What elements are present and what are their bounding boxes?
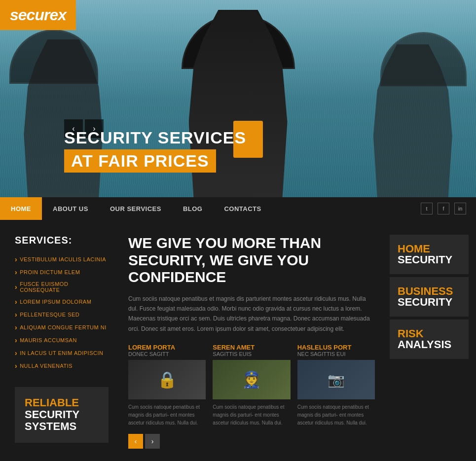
card-business-title2: SECURITY — [398, 297, 461, 308]
right-card-risk-analysis[interactable]: RISK ANALYSIS — [390, 319, 469, 359]
service-1-header: LOREM PORTA DONEC SAGITT — [128, 344, 206, 357]
left-sidebar: SERVICES: VESTIBULUM IACULIS LACINIA PRO… — [0, 235, 118, 449]
sidebar-item-3[interactable]: FUSCE EUISMOD CONSEQUATE — [15, 279, 109, 295]
sidebar-item-4[interactable]: LOREM IPSUM DOLORAM — [15, 295, 109, 308]
service-card-2: SEREN AMET SAGITTIS EUIS 👮 Cum sociis na… — [213, 344, 290, 427]
card-risk-title1: RISK — [398, 328, 461, 339]
service-3-text: Cum sociis natoque penatibus et magnis d… — [297, 403, 375, 427]
guard-icon: 👮 — [242, 370, 261, 389]
center-content: WE GIVE YOU MORE THAN SECURITY, WE GIVE … — [118, 235, 385, 449]
figure-right — [373, 44, 452, 197]
navigation: HOME ABOUT US OUR SERVICES BLOG CONTACTS… — [0, 197, 476, 220]
sidebar-promo: RELIABLE SECURITY SYSTEMS — [15, 387, 109, 443]
main-heading: WE GIVE YOU MORE THAN SECURITY, WE GIVE … — [128, 235, 375, 286]
service-3-image: 📷 — [297, 360, 375, 399]
twitter-icon[interactable]: t — [421, 203, 433, 214]
nav-item-about[interactable]: ABOUT US — [42, 197, 99, 220]
right-card-business-security[interactable]: BUSINESS SECURITY — [390, 277, 469, 317]
nav-item-blog[interactable]: BLOG — [172, 197, 214, 220]
lock-icon: 🔒 — [157, 370, 177, 389]
service-3-subtitle: NEC SAGITTIS EUI — [297, 351, 375, 357]
nav-item-home[interactable]: HOME — [0, 197, 42, 220]
service-card-1: LOREM PORTA DONEC SAGITT 🔒 Cum sociis na… — [128, 344, 206, 427]
sidebar-item-9[interactable]: NULLA VENENATIS — [15, 359, 109, 372]
sidebar-item-8[interactable]: IN LACUS UT ENIM ADIPISCIN — [15, 347, 109, 359]
main-content: SERVICES: VESTIBULUM IACULIS LACINIA PRO… — [0, 220, 476, 461]
figure-left — [24, 39, 103, 197]
sidebar-item-6[interactable]: ALIQUAM CONGUE FERTUM NI — [15, 321, 109, 334]
nav-item-contacts[interactable]: CONTACTS — [213, 197, 272, 220]
service-3-header: HASLELUS PORT NEC SAGITTIS EUI — [297, 344, 375, 357]
service-2-header: SEREN AMET SAGITTIS EUIS — [213, 344, 290, 357]
logo-text: securex — [10, 6, 66, 24]
promo-line2: SECURITY — [25, 409, 99, 421]
nav-links: HOME ABOUT US OUR SERVICES BLOG CONTACTS — [0, 197, 421, 220]
slide-next-button[interactable]: › — [145, 434, 160, 449]
logo-box: securex — [0, 0, 76, 30]
promo-line3: SYSTEMS — [25, 421, 99, 432]
sidebar-item-2[interactable]: PROIN DICTUM ELEM — [15, 266, 109, 279]
hero-text-block: SECURITY SERVICES AT FAIR PRICES — [64, 128, 246, 173]
nav-social-links: t f in — [421, 203, 476, 214]
card-home-title2: SECURITY — [398, 254, 461, 265]
service-2-text: Cum sociis natoque penatibus et magnis d… — [213, 403, 290, 427]
hero-section: securex ‹ › SECURITY SERVICES AT FAIR PR… — [0, 0, 476, 197]
nav-item-services[interactable]: OUR SERVICES — [99, 197, 172, 220]
card-home-title1: HOME — [398, 244, 461, 254]
services-grid: LOREM PORTA DONEC SAGITT 🔒 Cum sociis na… — [128, 344, 375, 427]
right-sidebar: HOME SECURITY BUSINESS SECURITY RISK ANA… — [385, 235, 476, 449]
camera-icon: 📷 — [328, 372, 345, 388]
hero-title1: SECURITY SERVICES — [64, 128, 246, 147]
sidebar-item-5[interactable]: PELLENTESQUE SED — [15, 308, 109, 321]
service-1-title: LOREM PORTA — [128, 344, 206, 351]
hero-title2: AT FAIR PRICES — [64, 149, 216, 173]
card-business-title1: BUSINESS — [398, 286, 461, 297]
sidebar-menu: VESTIBULUM IACULIS LACINIA PROIN DICTUM … — [15, 253, 109, 372]
sidebar-title: SERVICES: — [15, 235, 109, 246]
main-body-text: Cum sociis natoque penatibus et magnis d… — [128, 294, 375, 334]
linkedin-icon[interactable]: in — [454, 203, 466, 214]
service-2-image: 👮 — [213, 360, 290, 399]
service-1-image: 🔒 — [128, 360, 206, 399]
service-1-subtitle: DONEC SAGITT — [128, 351, 206, 357]
slide-prev-button[interactable]: ‹ — [128, 434, 143, 449]
slider-controls: ‹ › — [128, 434, 375, 449]
facebook-icon[interactable]: f — [438, 203, 449, 214]
service-card-3: HASLELUS PORT NEC SAGITTIS EUI 📷 Cum soc… — [297, 344, 375, 427]
sidebar-item-7[interactable]: MAURIS ACCUMSAN — [15, 334, 109, 347]
card-risk-title2: ANALYSIS — [398, 339, 461, 350]
service-3-title: HASLELUS PORT — [297, 344, 375, 351]
service-1-text: Cum sociis natoque penatibus et magnis d… — [128, 403, 206, 427]
service-2-title: SEREN AMET — [213, 344, 290, 351]
right-card-home-security[interactable]: HOME SECURITY — [390, 235, 469, 274]
service-2-subtitle: SAGITTIS EUIS — [213, 351, 290, 357]
promo-line1: RELIABLE — [25, 397, 99, 409]
sidebar-item-1[interactable]: VESTIBULUM IACULIS LACINIA — [15, 253, 109, 266]
